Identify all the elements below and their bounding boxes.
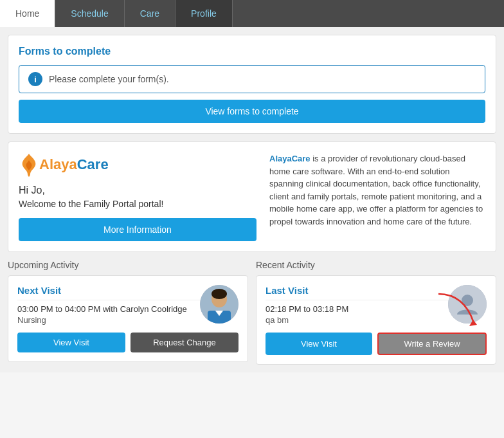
recent-activity-title: Recent Activity: [256, 260, 496, 270]
alaya-logo: AlayaCare: [19, 152, 256, 177]
welcome-left-section: AlayaCare Hi Jo, Welcome to the Family P…: [19, 152, 256, 241]
info-icon: i: [28, 72, 42, 86]
write-review-button[interactable]: Write a Review: [377, 333, 487, 355]
view-forms-button[interactable]: View forms to complete: [19, 100, 485, 123]
nav-tab-care[interactable]: Care: [125, 0, 176, 27]
logo-text-care: Care: [77, 156, 109, 173]
upcoming-buttons-row: View Visit Request Change: [17, 333, 239, 352]
nurse-avatar-image: [200, 285, 239, 324]
svg-point-4: [462, 295, 473, 306]
welcome-description: is a provider of revolutionary cloud-bas…: [269, 154, 483, 226]
forms-info-message: Please complete your form(s).: [49, 74, 169, 84]
nav-tab-home[interactable]: Home: [0, 0, 55, 27]
brand-name: AlayaCare: [269, 154, 310, 163]
welcome-right-section: AlayaCare is a provider of revolutionary…: [269, 152, 485, 241]
welcome-subtext: Welcome to the Family Portal portal!: [19, 199, 256, 209]
logo-text-alaya: Alaya: [39, 156, 77, 173]
view-last-visit-button[interactable]: View Visit: [266, 333, 372, 355]
upcoming-activity-title: Upcoming Activity: [8, 260, 248, 270]
forms-to-complete-card: Forms to complete i Please complete your…: [8, 35, 496, 134]
welcome-card: AlayaCare Hi Jo, Welcome to the Family P…: [8, 141, 496, 252]
welcome-greeting: Hi Jo,: [19, 185, 256, 196]
nurse-avatar: [200, 285, 239, 324]
upcoming-activity-card: Next Visit 03:00 PM to 04:: [8, 275, 248, 362]
upcoming-activity-col: Upcoming Activity Next Visit: [8, 260, 248, 365]
logo-flame-icon: [19, 152, 39, 177]
person-icon: [455, 291, 480, 317]
recent-activity-col: Recent Activity Last Visit 02:18 PM to 0…: [256, 260, 496, 365]
navigation-bar: Home Schedule Care Profile: [0, 0, 504, 27]
last-visit-avatar: [448, 285, 487, 324]
more-information-button[interactable]: More Information: [19, 218, 256, 241]
recent-activity-card: Last Visit 02:18 PM to 03:18 PM qa bm Vi…: [256, 275, 496, 365]
avatar-placeholder: [448, 285, 487, 324]
svg-point-2: [212, 289, 227, 299]
nav-tab-profile[interactable]: Profile: [176, 0, 233, 27]
request-change-button[interactable]: Request Change: [130, 333, 239, 352]
forms-card-title: Forms to complete: [19, 46, 485, 57]
view-next-visit-button[interactable]: View Visit: [17, 333, 125, 352]
recent-buttons-row: View Visit Write a Review: [266, 333, 487, 355]
activity-section: Upcoming Activity Next Visit: [8, 260, 496, 365]
nav-tab-schedule[interactable]: Schedule: [55, 0, 124, 27]
main-content: Forms to complete i Please complete your…: [0, 27, 504, 372]
forms-info-box: i Please complete your form(s).: [19, 65, 485, 93]
